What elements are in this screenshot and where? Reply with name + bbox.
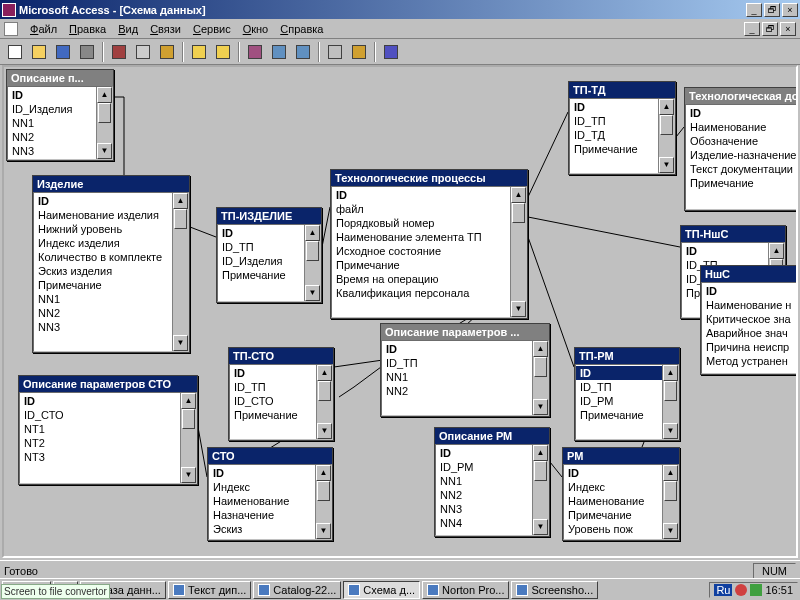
field[interactable]: Причина неиспр [702,340,798,354]
field[interactable]: Наименование [209,494,315,508]
child-restore-button[interactable]: 🗗 [762,22,778,36]
field[interactable]: Время на операцию [332,272,510,286]
child-minimize-button[interactable]: _ [744,22,760,36]
table-t8[interactable]: ТП-СТОIDID_ТПID_СТОПримечание▲▼ [228,347,334,441]
field[interactable]: Изделие-назначение [686,148,798,162]
field[interactable]: NN2 [34,306,172,320]
scroll-up-icon[interactable]: ▲ [533,341,548,357]
table-field-list[interactable]: IDID_ТПID_ИзделияПримечание▲▼ [217,224,321,302]
scrollbar[interactable]: ▲▼ [532,445,548,535]
scroll-down-icon[interactable]: ▼ [511,301,526,317]
table-title[interactable]: Описание параметров СТО [19,376,197,392]
table-t2[interactable]: ТП-ИЗДЕЛИЕIDID_ТПID_ИзделияПримечание▲▼ [216,207,322,303]
print-button[interactable] [76,41,98,63]
field[interactable]: ID [332,188,510,202]
table-title[interactable]: НшС [701,266,798,282]
copy-button[interactable] [132,41,154,63]
table-t4[interactable]: ТП-ТДIDID_ТПID_ТДПримечание▲▼ [568,81,676,175]
field[interactable]: Примечание [332,258,510,272]
table-field-list[interactable]: IDID_ТПID_РМПримечание▲▼ [575,364,679,440]
field[interactable]: Наименование н [702,298,798,312]
field[interactable]: ID_РМ [436,460,532,474]
table-t12[interactable]: Описание РМIDID_РМNN1NN2NN3NN4▲▼ [434,427,550,537]
open-button[interactable] [28,41,50,63]
scroll-thumb[interactable] [660,115,673,135]
field[interactable]: Аварийное знач [702,326,798,340]
tray-icon[interactable] [735,584,747,596]
field[interactable]: Примечание [686,176,798,190]
table-t0[interactable]: Описание п...IDID_ИзделияNN1NN2NN3▲▼ [6,69,114,161]
taskbar-item[interactable]: Catalog-22... [253,581,341,599]
field[interactable]: Эскиз изделия [34,264,172,278]
field[interactable]: NN1 [34,292,172,306]
field[interactable]: Индекс изделия [34,236,172,250]
scroll-up-icon[interactable]: ▲ [769,243,784,259]
table-title[interactable]: Описание РМ [435,428,549,444]
field[interactable]: Примечание [34,278,172,292]
scroll-down-icon[interactable]: ▼ [317,423,332,439]
table-title[interactable]: Технологические процессы [331,170,527,186]
field[interactable]: NN1 [436,474,532,488]
field[interactable]: Наименование [686,120,798,134]
field[interactable]: Примечание [570,142,658,156]
field[interactable]: ID [564,466,662,480]
new-button[interactable] [4,41,26,63]
field[interactable]: Назначение [209,508,315,522]
close-button[interactable]: × [782,3,798,17]
field[interactable]: Примечание [230,408,316,422]
table-field-list[interactable]: IDНаименованиеОбозначениеИзделие-назначе… [685,104,798,210]
table-show-button[interactable] [212,41,234,63]
scroll-down-icon[interactable]: ▼ [173,335,188,351]
table-field-list[interactable]: IDНаименование изделияНижний уровеньИнде… [33,192,189,352]
table-title[interactable]: СТО [208,448,332,464]
table-title[interactable]: ТП-РМ [575,348,679,364]
scroll-up-icon[interactable]: ▲ [97,87,112,103]
taskbar-item[interactable]: Текст дип... [168,581,251,599]
field[interactable]: NN1 [382,370,532,384]
field[interactable]: Индекс [209,480,315,494]
menu-правка[interactable]: Правка [63,21,112,37]
table-title[interactable]: ТП-ИЗДЕЛИЕ [217,208,321,224]
field[interactable]: ID [230,366,316,380]
scroll-thumb[interactable] [318,381,331,401]
scroll-up-icon[interactable]: ▲ [663,365,678,381]
field[interactable]: Порядковый номер [332,216,510,230]
scroll-thumb[interactable] [512,203,525,223]
field[interactable]: Исходное состояние [332,244,510,258]
field[interactable]: Текст документации [686,162,798,176]
field[interactable]: ID [570,100,658,114]
table-add-button[interactable] [188,41,210,63]
table-title[interactable]: ТП-ТД [569,82,675,98]
field[interactable]: ID [686,106,798,120]
cut-button[interactable] [108,41,130,63]
table-field-list[interactable]: IDID_ТПID_ТДПримечание▲▼ [569,98,675,174]
scroll-up-icon[interactable]: ▲ [533,445,548,461]
field[interactable]: ID_Изделия [8,102,96,116]
taskbar-item[interactable]: Схема д... [343,581,420,599]
field[interactable]: ID_СТО [230,394,316,408]
field[interactable]: NN2 [382,384,532,398]
table-field-list[interactable]: IDID_ТПNN1NN2▲▼ [381,340,549,416]
database-button[interactable] [348,41,370,63]
table-title[interactable]: Описание п... [7,70,113,86]
lang-indicator[interactable]: Ru [714,584,732,596]
field[interactable]: NN3 [34,320,172,334]
scroll-up-icon[interactable]: ▲ [317,365,332,381]
field[interactable]: Уровень пож [564,522,662,536]
field[interactable]: NN3 [8,144,96,158]
scrollbar[interactable]: ▲▼ [180,393,196,483]
field[interactable]: ID_ТП [382,356,532,370]
table-title[interactable]: ТП-НшС [681,226,785,242]
field[interactable]: NN2 [8,130,96,144]
all-button[interactable] [292,41,314,63]
field[interactable]: ID [702,284,798,298]
field[interactable]: Критическое зна [702,312,798,326]
field[interactable]: ID_РМ [576,394,662,408]
scroll-thumb[interactable] [534,461,547,481]
field[interactable]: ID [20,394,180,408]
field[interactable]: Примечание [564,508,662,522]
scroll-down-icon[interactable]: ▼ [533,519,548,535]
scroll-thumb[interactable] [182,409,195,429]
scroll-thumb[interactable] [98,103,111,123]
scrollbar[interactable]: ▲▼ [315,465,331,539]
